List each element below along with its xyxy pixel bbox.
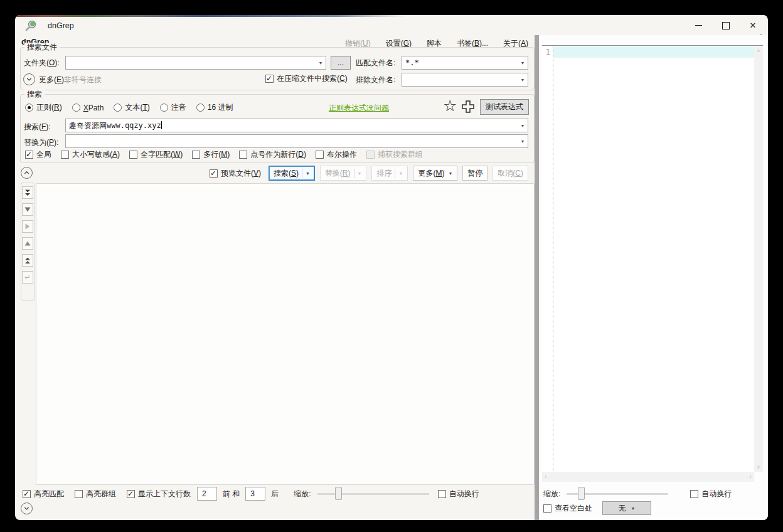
option-whole-word[interactable]: 全字匹配(W) (129, 149, 183, 160)
checkbox[interactable] (75, 490, 83, 498)
radio-phonetic[interactable]: 注音 (160, 102, 186, 113)
chevron-down-icon[interactable]: ▼ (448, 171, 452, 176)
option-case-sensitive[interactable]: 大小写敏感(A) (61, 149, 120, 160)
option-multiline[interactable]: 多行(M) (192, 149, 230, 160)
search-results-area[interactable] (36, 183, 535, 485)
highlight-groups-checkbox[interactable]: 高亮群组 (75, 489, 116, 499)
collapse-search-panel-button[interactable] (21, 167, 33, 179)
chevron-down-icon[interactable]: ▼ (518, 124, 528, 128)
checkbox[interactable] (61, 151, 69, 159)
maximize-button[interactable] (716, 17, 735, 34)
regex-validation-message[interactable]: 正则表达式没问题 (329, 103, 389, 113)
titlebar[interactable]: dnGrep ✕ (15, 15, 768, 35)
chevron-down-icon[interactable]: ▼ (518, 61, 528, 65)
search-archives-checkbox[interactable]: 在压缩文件中搜索(C) (265, 73, 348, 84)
radio-text[interactable]: 文本(T) (114, 102, 149, 113)
checkbox[interactable] (543, 504, 551, 513)
radio-regex[interactable]: 正则(R) (25, 102, 62, 113)
preview-word-wrap-checkbox[interactable]: 自动换行 (690, 489, 732, 499)
option-boolean-operators[interactable]: 布尔操作 (316, 149, 357, 160)
match-filename-combobox[interactable]: *.* ▼ (402, 56, 528, 70)
preview-zoom-slider[interactable] (567, 487, 668, 501)
show-context-lines-checkbox[interactable]: 显示上下文行数 (127, 489, 191, 499)
scroll-right-icon[interactable]: › (749, 472, 752, 480)
search-for-combobox[interactable]: 趣奇资源网www.qqzy.xyz ▼ (65, 119, 528, 132)
option-global[interactable]: 全局 (25, 149, 51, 160)
search-files-group-label: 搜索文件 (24, 43, 60, 51)
next-match-button[interactable] (22, 203, 33, 216)
replace-with-combobox[interactable]: ▼ (65, 134, 528, 148)
chevron-down-icon[interactable]: ▼ (631, 506, 636, 511)
slider-track[interactable] (317, 493, 429, 495)
app-icon (24, 19, 37, 32)
plus-icon[interactable] (461, 100, 475, 114)
sort-button[interactable]: 排序▼ (371, 166, 408, 181)
checkbox[interactable] (265, 75, 274, 83)
panel-splitter[interactable] (535, 35, 539, 520)
checkbox[interactable] (23, 490, 31, 498)
minimize-button[interactable] (689, 17, 708, 34)
checkbox[interactable] (192, 151, 200, 159)
radio[interactable] (25, 104, 33, 112)
browse-folder-button[interactable]: ... (331, 56, 351, 70)
checkbox[interactable] (129, 151, 137, 159)
context-after-input[interactable]: 3 (245, 487, 265, 501)
checkbox[interactable] (690, 490, 698, 498)
context-before-input[interactable]: 2 (197, 487, 217, 501)
chevron-down-icon[interactable]: ▼ (316, 61, 326, 65)
scroll-down-icon[interactable]: ˅ (754, 464, 763, 471)
radio[interactable] (196, 104, 205, 112)
preview-editor[interactable]: 1 ˄ ˅ (542, 45, 763, 472)
show-whitespace-label: 查看空白处 (555, 503, 592, 514)
vertical-scrollbar[interactable]: ˄ ˅ (754, 46, 763, 472)
more-button[interactable]: 更多(M)▼ (413, 166, 457, 181)
dngrep-window: dnGrep ✕ dnGrep 撤销(U) 设置(G) 脚本 书签(B)... … (15, 15, 768, 520)
search-mode-radios: 正则(R) XPath 文本(T) 注音 16 进制 (25, 102, 233, 113)
collapse-options-bar-button[interactable] (21, 503, 33, 514)
pause-button[interactable]: 暂停 (462, 166, 487, 181)
whitespace-mode-dropdown[interactable]: 无 ▼ (602, 501, 651, 515)
wrap-scroll-button[interactable]: ↵ (22, 271, 33, 284)
slider-thumb[interactable] (335, 487, 342, 500)
test-expression-button[interactable]: 测试表达式 (480, 99, 529, 115)
preview-word-wrap-label: 自动换行 (701, 489, 732, 499)
radio[interactable] (72, 104, 80, 112)
star-icon[interactable]: ☆ (443, 98, 457, 114)
chevron-down-icon[interactable]: ▼ (518, 139, 528, 144)
checkbox[interactable] (127, 490, 135, 498)
exclude-filename-combobox[interactable]: ▼ (402, 73, 528, 87)
radio-hex[interactable]: 16 进制 (196, 102, 233, 113)
checkbox[interactable] (239, 151, 247, 159)
results-zoom-slider[interactable] (317, 487, 429, 501)
chevron-down-icon[interactable]: ▼ (306, 171, 310, 176)
next-file-button[interactable] (22, 186, 33, 199)
search-button[interactable]: 搜索(S)▼ (269, 166, 315, 181)
cancel-button[interactable]: 取消(C) (493, 166, 528, 181)
previous-file-button[interactable] (22, 254, 33, 267)
horizontal-scrollbar[interactable]: ‹ › (542, 472, 754, 482)
checkbox[interactable] (438, 490, 446, 498)
close-button[interactable]: ✕ (743, 17, 762, 34)
checkbox[interactable] (25, 151, 33, 159)
radio-xpath[interactable]: XPath (72, 104, 104, 112)
preview-files-checkbox[interactable]: 预览文件(V) (210, 168, 261, 179)
checkbox[interactable] (316, 151, 324, 159)
show-whitespace-checkbox[interactable]: 查看空白处 (543, 503, 592, 514)
chevron-down-icon[interactable]: ▼ (518, 78, 528, 82)
slider-thumb[interactable] (578, 487, 585, 500)
radio[interactable] (160, 104, 168, 112)
radio-regex-label: 正则(R) (36, 102, 62, 113)
radio[interactable] (114, 104, 122, 112)
expand-more-options-button[interactable] (23, 73, 35, 85)
scroll-up-icon[interactable]: ˄ (754, 48, 763, 54)
highlight-matches-checkbox[interactable]: 高亮匹配 (23, 489, 64, 499)
option-dot-as-newline[interactable]: 点号作为新行(D) (239, 149, 306, 160)
folder-combobox[interactable]: ▼ (65, 56, 326, 70)
checkbox[interactable] (210, 169, 218, 178)
results-word-wrap-checkbox[interactable]: 自动换行 (438, 489, 479, 499)
current-match-button[interactable] (22, 220, 33, 233)
replace-button[interactable]: 替换(R)▼ (320, 166, 367, 181)
results-word-wrap-label: 自动换行 (449, 489, 479, 499)
scroll-left-icon[interactable]: ‹ (545, 472, 547, 480)
previous-match-button[interactable] (22, 237, 33, 250)
